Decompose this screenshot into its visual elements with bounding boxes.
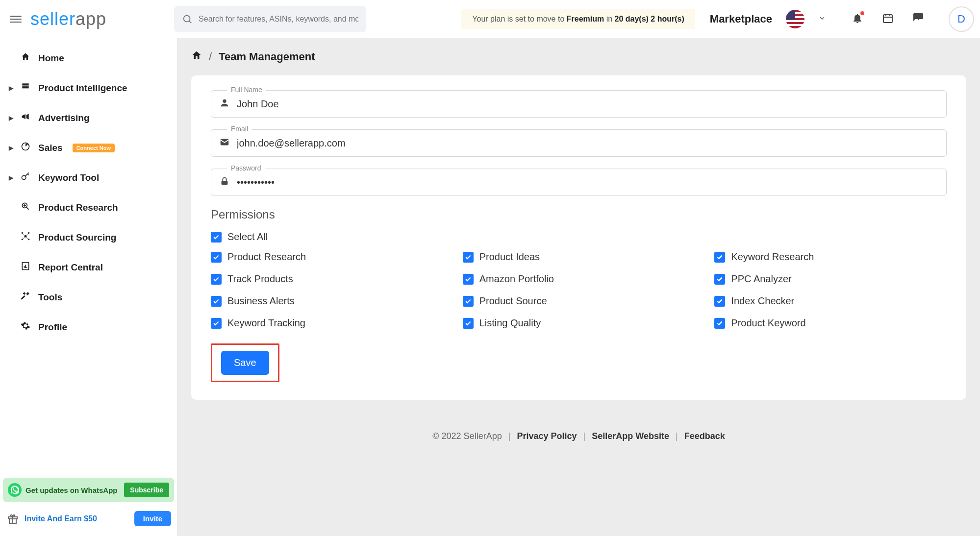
permission-track-products[interactable]: Track Products — [211, 273, 443, 285]
hamburger-menu-icon[interactable] — [10, 16, 22, 23]
permission-keyword-tracking[interactable]: Keyword Tracking — [211, 317, 443, 329]
lock-icon — [219, 176, 230, 189]
plan-name: Freemium — [567, 15, 604, 23]
logo[interactable]: sellerapp — [30, 9, 106, 29]
plan-time: 20 day(s) 2 hour(s) — [615, 15, 684, 23]
permission-label: Index Checker — [731, 295, 794, 307]
footer-link-website[interactable]: SellerApp Website — [592, 431, 669, 441]
permission-checkbox[interactable] — [714, 252, 725, 263]
permissions-title: Permissions — [211, 208, 947, 221]
permission-checkbox[interactable] — [211, 318, 222, 329]
permission-keyword-research[interactable]: Keyword Research — [714, 251, 947, 263]
select-all-checkbox[interactable] — [211, 232, 222, 243]
permission-checkbox[interactable] — [463, 318, 474, 329]
connect-now-badge[interactable]: Connect Now — [73, 144, 115, 152]
permission-product-source[interactable]: Product Source — [463, 295, 695, 307]
permission-checkbox[interactable] — [211, 296, 222, 307]
footer-link-privacy[interactable]: Privacy Policy — [517, 431, 577, 441]
notifications-icon[interactable] — [852, 12, 863, 26]
sidebar-item-home[interactable]: Home — [0, 43, 177, 73]
sidebar-item-label: Product Intelligence — [38, 83, 127, 94]
email-field[interactable]: Email — [211, 129, 947, 157]
permission-product-keyword[interactable]: Product Keyword — [714, 317, 947, 329]
permission-checkbox[interactable] — [463, 252, 474, 263]
svg-rect-7 — [22, 86, 28, 88]
full-name-input[interactable] — [237, 98, 938, 110]
footer-copyright: © 2022 SellerApp — [432, 431, 502, 441]
layers-icon — [20, 82, 31, 94]
whatsapp-subscribe-button[interactable]: Subscribe — [124, 483, 169, 497]
announcement-icon[interactable] — [912, 12, 924, 26]
svg-rect-28 — [222, 181, 228, 185]
breadcrumb-home-icon[interactable] — [191, 50, 202, 64]
sidebar-item-tools[interactable]: Tools — [0, 282, 177, 312]
calendar-icon[interactable] — [882, 12, 894, 26]
sidebar-item-report-central[interactable]: Report Central — [0, 252, 177, 282]
permission-label: Keyword Research — [731, 251, 814, 263]
invite-banner: Invite And Earn $50 Invite — [3, 507, 174, 530]
sidebar-item-product-sourcing[interactable]: Product Sourcing — [0, 222, 177, 252]
save-button[interactable]: Save — [221, 351, 269, 375]
breadcrumb-current: Team Management — [219, 50, 315, 63]
breadcrumb: / Team Management — [177, 38, 980, 75]
sidebar-item-sales[interactable]: ▶SalesConnect Now — [0, 133, 177, 163]
permission-ppc-analyzer[interactable]: PPC Analyzer — [714, 273, 947, 285]
home-icon — [20, 52, 31, 64]
search-input[interactable] — [199, 15, 358, 24]
network-icon — [20, 231, 31, 244]
permission-product-ideas[interactable]: Product Ideas — [463, 251, 695, 263]
permission-checkbox[interactable] — [714, 318, 725, 329]
logo-part2: app — [75, 9, 106, 29]
sidebar-item-profile[interactable]: Profile — [0, 312, 177, 342]
sidebar-item-product-intelligence[interactable]: ▶Product Intelligence — [0, 73, 177, 103]
avatar-initial: D — [957, 13, 965, 25]
sidebar-item-keyword-tool[interactable]: ▶Keyword Tool — [0, 163, 177, 193]
caret-right-icon: ▶ — [9, 115, 13, 122]
permission-checkbox[interactable] — [211, 274, 222, 285]
permission-checkbox[interactable] — [714, 274, 725, 285]
permission-checkbox[interactable] — [463, 274, 474, 285]
select-all-row[interactable]: Select All — [211, 231, 947, 243]
email-input[interactable] — [237, 138, 938, 149]
whatsapp-text: Get updates on WhatsApp — [25, 486, 120, 494]
sidebar-item-label: Tools — [38, 292, 62, 303]
svg-rect-6 — [22, 83, 28, 85]
invite-button[interactable]: Invite — [134, 511, 171, 526]
permission-business-alerts[interactable]: Business Alerts — [211, 295, 443, 307]
caret-right-icon: ▶ — [9, 85, 13, 92]
svg-rect-2 — [883, 15, 892, 23]
sidebar-item-product-research[interactable]: Product Research — [0, 193, 177, 222]
marketplace-chevron-down-icon[interactable] — [818, 14, 826, 24]
full-name-field[interactable]: Full Name — [211, 90, 947, 118]
marketplace-flag-icon[interactable] — [786, 10, 804, 28]
sidebar-item-label: Profile — [38, 322, 67, 333]
password-input[interactable] — [237, 177, 938, 188]
password-field[interactable]: Password — [211, 169, 947, 196]
notification-dot-icon — [860, 11, 864, 15]
marketplace-label: Marketplace — [710, 13, 772, 25]
sidebar-item-advertising[interactable]: ▶Advertising — [0, 103, 177, 133]
permission-amazon-portfolio[interactable]: Amazon Portfolio — [463, 273, 695, 285]
select-all-label: Select All — [227, 231, 268, 243]
permission-label: Product Source — [479, 295, 547, 307]
whatsapp-icon — [8, 483, 22, 497]
breadcrumb-separator: / — [209, 50, 212, 63]
save-highlight-box: Save — [211, 343, 279, 382]
search-input-wrapper[interactable] — [174, 6, 366, 32]
permission-checkbox[interactable] — [463, 296, 474, 307]
sidebar-item-label: Report Central — [38, 262, 103, 273]
full-name-label: Full Name — [227, 86, 266, 94]
permission-index-checker[interactable]: Index Checker — [714, 295, 947, 307]
permission-product-research[interactable]: Product Research — [211, 251, 443, 263]
footer-link-feedback[interactable]: Feedback — [684, 431, 725, 441]
search-icon — [182, 14, 193, 24]
invite-text: Invite And Earn $50 — [25, 514, 129, 523]
permission-listing-quality[interactable]: Listing Quality — [463, 317, 695, 329]
user-avatar[interactable]: D — [949, 6, 974, 32]
sidebar-item-label: Advertising — [38, 113, 90, 123]
svg-rect-22 — [26, 267, 27, 268]
permission-checkbox[interactable] — [714, 296, 725, 307]
permission-checkbox[interactable] — [211, 252, 222, 263]
sidebar: Home▶Product Intelligence▶Advertising▶Sa… — [0, 38, 177, 536]
permission-label: PPC Analyzer — [731, 273, 791, 285]
